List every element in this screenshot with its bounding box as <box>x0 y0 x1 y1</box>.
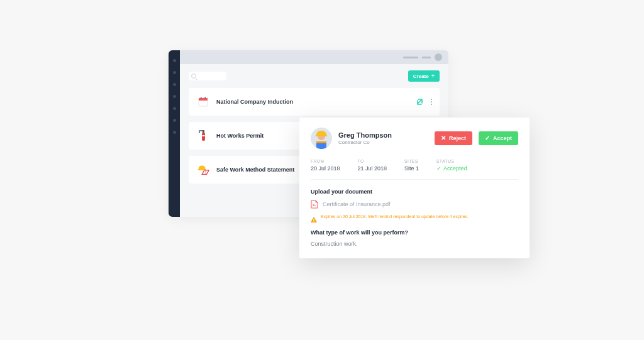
person-company: Contractor Co <box>338 140 428 145</box>
pdf-icon <box>311 200 318 209</box>
svg-text:!: ! <box>205 170 206 174</box>
titlebar-avatar[interactable] <box>435 53 442 61</box>
meta-status: STATUS ✓Accepted <box>436 159 467 172</box>
accept-label: Accept <box>493 135 512 141</box>
meta-label: STATUS <box>436 159 467 163</box>
svg-rect-13 <box>313 219 314 221</box>
sidebar-dot[interactable] <box>173 131 176 134</box>
svg-rect-1 <box>199 98 208 101</box>
sidebar-dot[interactable] <box>173 107 176 110</box>
calendar-icon <box>196 95 210 109</box>
expiry-notice: Expires on 20 Jul 2018. We'll remind res… <box>311 214 518 219</box>
list-item[interactable]: National Company Induction <box>189 88 440 116</box>
titlebar <box>180 50 448 64</box>
close-icon: ✕ <box>441 135 446 141</box>
sidebar-dot[interactable] <box>173 71 176 74</box>
meta-value: ✓Accepted <box>436 165 467 172</box>
question-title: What type of work will you perform? <box>311 229 518 236</box>
more-icon[interactable] <box>431 99 432 105</box>
meta-value: 21 Jul 2018 <box>358 165 387 172</box>
create-button[interactable]: Create + <box>408 70 440 82</box>
accept-button[interactable]: ✓ Accept <box>479 131 518 145</box>
expiry-text: Expires on 20 Jul 2018. We'll remind res… <box>321 214 469 219</box>
sidebar <box>169 50 180 217</box>
titlebar-control <box>422 57 431 58</box>
question-answer: Construction work. <box>311 241 518 247</box>
svg-rect-14 <box>313 221 314 222</box>
person-info: Greg Thompson Contractor Co <box>338 131 428 145</box>
plus-icon: + <box>431 73 435 79</box>
meta-value: Site 1 <box>404 165 419 172</box>
svg-rect-5 <box>203 135 205 136</box>
search-input[interactable] <box>189 72 226 80</box>
person-name: Greg Thompson <box>338 131 428 139</box>
sidebar-dot[interactable] <box>173 59 176 62</box>
svg-rect-3 <box>205 97 206 99</box>
reject-button[interactable]: ✕ Reject <box>435 131 472 145</box>
detail-header: Greg Thompson Contractor Co ✕ Reject ✓ A… <box>311 128 518 149</box>
sidebar-dot[interactable] <box>173 95 176 98</box>
meta-label: TO <box>358 159 387 163</box>
open-icon[interactable] <box>416 97 425 106</box>
meta-label: FROM <box>311 159 340 163</box>
upload-title: Upload your document <box>311 189 518 195</box>
status-text: Accepted <box>443 165 467 172</box>
meta-sites: SITES Site 1 <box>404 159 419 172</box>
create-label: Create <box>413 74 429 79</box>
svg-rect-11 <box>316 141 326 143</box>
detail-panel: Greg Thompson Contractor Co ✕ Reject ✓ A… <box>299 118 530 258</box>
check-icon: ✓ <box>436 165 441 172</box>
safety-icon: ! <box>196 163 210 177</box>
toolbar: Create + <box>180 64 448 88</box>
fire-extinguisher-icon <box>196 129 210 143</box>
titlebar-control <box>403 57 418 58</box>
sidebar-dot[interactable] <box>173 83 176 86</box>
meta-value: 20 Jul 2018 <box>311 165 340 172</box>
file-row[interactable]: Certificate of Insurance.pdf <box>311 200 518 209</box>
search-icon <box>191 74 196 79</box>
meta-to: TO 21 Jul 2018 <box>358 159 387 172</box>
card-actions <box>416 97 432 106</box>
reject-label: Reject <box>449 135 466 141</box>
sidebar-dot[interactable] <box>173 119 176 122</box>
check-icon: ✓ <box>485 135 490 141</box>
avatar <box>311 128 332 149</box>
svg-rect-2 <box>201 97 202 99</box>
warning-icon <box>311 214 317 219</box>
meta-from: FROM 20 Jul 2018 <box>311 159 340 172</box>
svg-rect-4 <box>202 133 205 141</box>
file-name: Certificate of Insurance.pdf <box>323 201 391 207</box>
list-item-label: National Company Induction <box>216 99 409 105</box>
svg-rect-6 <box>203 130 204 133</box>
meta-label: SITES <box>404 159 419 163</box>
meta-row: FROM 20 Jul 2018 TO 21 Jul 2018 SITES Si… <box>311 159 518 180</box>
